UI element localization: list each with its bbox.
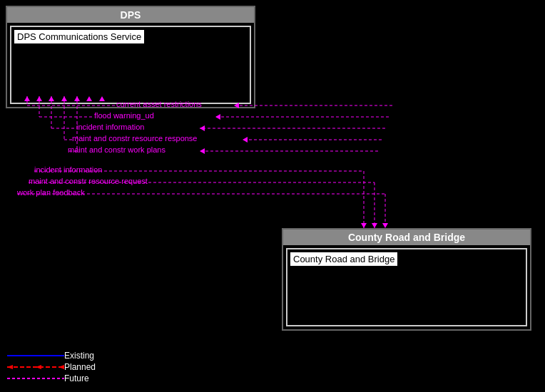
svg-marker-40 xyxy=(58,365,64,369)
dps-box: DPS DPS Communications Service xyxy=(6,6,255,108)
label-work-plan-feedback: work plan feedback xyxy=(17,188,85,197)
future-line-icon xyxy=(7,376,64,381)
svg-marker-33 xyxy=(382,223,388,228)
svg-marker-38 xyxy=(7,365,13,369)
label-maint-resource-response: maint and constr resource response xyxy=(72,134,197,143)
svg-marker-27 xyxy=(361,223,367,228)
legend-planned-label: Planned xyxy=(64,362,96,372)
county-service-title: County Road and Bridge xyxy=(290,252,397,266)
planned-line-icon xyxy=(7,364,64,370)
dps-service-title: DPS Communications Service xyxy=(14,30,144,43)
legend-future: Future xyxy=(7,373,96,383)
legend-planned: Planned xyxy=(7,362,96,372)
county-title: County Road and Bridge xyxy=(283,229,530,245)
svg-marker-21 xyxy=(200,148,205,154)
legend-future-label: Future xyxy=(64,373,89,383)
label-maint-resource-request: maint and constr resource request xyxy=(29,177,148,185)
svg-marker-11 xyxy=(200,125,205,131)
county-inner: County Road and Bridge xyxy=(286,248,527,326)
legend-existing-label: Existing xyxy=(64,351,94,361)
label-incident-information-2: incident information xyxy=(34,165,102,174)
dps-inner: DPS Communications Service xyxy=(10,26,251,104)
svg-marker-16 xyxy=(243,137,248,143)
existing-line-icon xyxy=(7,353,64,359)
svg-marker-39 xyxy=(36,365,41,369)
county-box: County Road and Bridge County Road and B… xyxy=(282,228,531,331)
label-current-asset-restrictions: current asset restrictions xyxy=(116,100,202,108)
legend-existing: Existing xyxy=(7,351,96,361)
label-flood-warning: flood warning_ud xyxy=(94,111,154,120)
diagram-container: DPS DPS Communications Service County Ro… xyxy=(0,0,545,392)
dps-title: DPS xyxy=(7,7,254,23)
legend: Existing Planned Future xyxy=(7,351,96,385)
svg-marker-30 xyxy=(372,223,377,228)
svg-marker-6 xyxy=(215,114,220,120)
label-incident-information-1: incident information xyxy=(76,123,144,131)
label-maint-work-plans: maint and constr work plans xyxy=(68,145,165,154)
